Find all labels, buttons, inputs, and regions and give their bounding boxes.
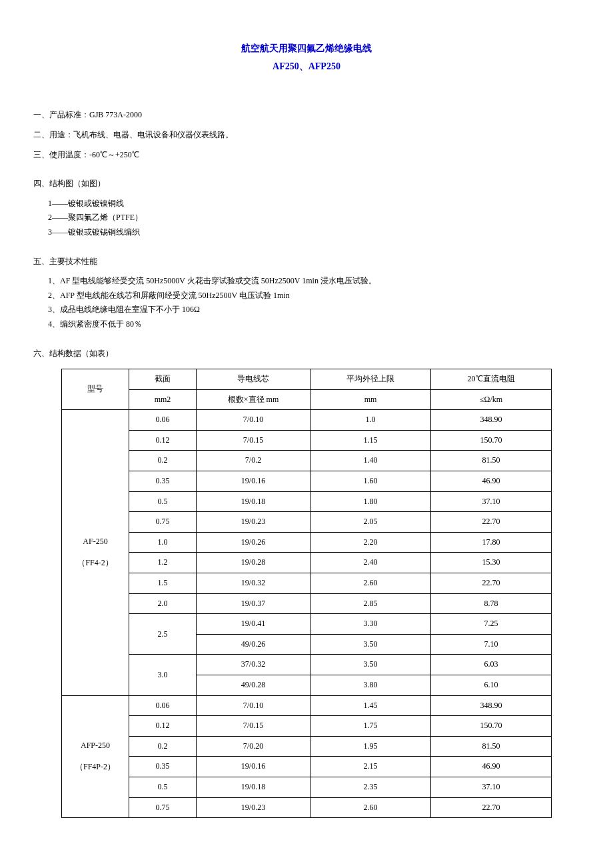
table-row: 1.519/0.322.6022.70 <box>62 573 552 594</box>
cell-cross-section: 1.0 <box>129 532 197 553</box>
cell-cross-section: 1.5 <box>129 573 197 594</box>
cell-diameter: 2.05 <box>310 512 431 533</box>
cell-resistance: 46.90 <box>431 471 552 492</box>
cell-conductor: 19/0.32 <box>197 573 310 594</box>
doc-subtitle: AF250、AFP250 <box>33 58 580 75</box>
cell-conductor: 7/0.15 <box>197 430 310 451</box>
performance-item: 4、编织紧密度不低于 80％ <box>33 317 580 332</box>
th-diameter: 平均外径上限 <box>310 369 431 390</box>
cell-conductor: 7/0.15 <box>197 716 310 737</box>
table-row: 0.3519/0.162.1546.90 <box>62 757 552 777</box>
cell-resistance: 22.70 <box>431 512 552 533</box>
section-performance-heading: 五、主要技术性能 <box>33 255 580 269</box>
cell-conductor: 37/0.32 <box>197 655 310 675</box>
cell-cross-section: 2.5 <box>129 614 197 655</box>
cell-resistance: 37.10 <box>431 491 552 512</box>
section-standard: 一、产品标准：GJB 773A-2000 <box>33 108 580 123</box>
cell-resistance: 348.90 <box>431 410 552 431</box>
cell-model: AF-250（FF4-2） <box>62 410 129 695</box>
structure-item: 3——镀银或镀锡铜线编织 <box>33 225 580 240</box>
cell-resistance: 22.70 <box>431 797 552 818</box>
cell-cross-section: 0.12 <box>129 716 197 737</box>
cell-resistance: 46.90 <box>431 757 552 777</box>
cell-resistance: 37.10 <box>431 777 552 797</box>
table-row: 0.519/0.181.8037.10 <box>62 491 552 512</box>
th-resistance-unit: ≤Ω/km <box>431 389 552 410</box>
cell-resistance: 7.10 <box>431 634 552 655</box>
cell-diameter: 2.60 <box>310 573 431 594</box>
th-model: 型号 <box>62 369 129 410</box>
cell-diameter: 3.50 <box>310 655 431 675</box>
cell-conductor: 7/0.10 <box>197 410 310 431</box>
performance-item: 1、AF 型电线能够经受交流 50Hz5000V 火花击穿试验或交流 50Hz2… <box>33 274 580 289</box>
cell-diameter: 1.95 <box>310 736 431 757</box>
cell-conductor: 7/0.10 <box>197 695 310 716</box>
cell-cross-section: 0.12 <box>129 430 197 451</box>
cell-conductor: 19/0.16 <box>197 757 310 777</box>
cell-resistance: 7.25 <box>431 614 552 635</box>
table-row: AF-250（FF4-2）0.067/0.101.0348.90 <box>62 410 552 431</box>
cell-conductor: 19/0.37 <box>197 593 310 614</box>
cell-diameter: 1.45 <box>310 695 431 716</box>
cell-cross-section: 2.0 <box>129 593 197 614</box>
th-cross-section-unit: mm2 <box>129 389 197 410</box>
cell-conductor: 19/0.23 <box>197 512 310 533</box>
section-temperature: 三、使用温度：-60℃～+250℃ <box>33 148 580 163</box>
cell-cross-section: 0.2 <box>129 451 197 471</box>
cell-resistance: 6.10 <box>431 675 552 696</box>
th-resistance: 20℃直流电阻 <box>431 369 552 390</box>
cell-resistance: 81.50 <box>431 736 552 757</box>
value: 飞机布线、电器、电讯设备和仪器仪表线路。 <box>73 130 233 139</box>
table-row: 0.3519/0.161.6046.90 <box>62 471 552 492</box>
cell-cross-section: 0.35 <box>129 471 197 492</box>
cell-diameter: 3.80 <box>310 675 431 696</box>
cell-conductor: 7/0.20 <box>197 736 310 757</box>
cell-diameter: 1.75 <box>310 716 431 737</box>
label: 一、产品标准： <box>33 110 89 119</box>
cell-conductor: 49/0.28 <box>197 675 310 696</box>
th-cross-section: 截面 <box>129 369 197 390</box>
cell-diameter: 2.35 <box>310 777 431 797</box>
table-header-row: mm2 根数×直径 mm mm ≤Ω/km <box>62 389 552 410</box>
cell-conductor: 19/0.41 <box>197 614 310 635</box>
cell-conductor: 19/0.16 <box>197 471 310 492</box>
table-row: 2.019/0.372.858.78 <box>62 593 552 614</box>
cell-diameter: 3.30 <box>310 614 431 635</box>
cell-conductor: 19/0.28 <box>197 553 310 573</box>
cell-diameter: 2.40 <box>310 553 431 573</box>
cell-diameter: 1.80 <box>310 491 431 512</box>
table-row: 1.019/0.262.2017.80 <box>62 532 552 553</box>
section-usage: 二、用途：飞机布线、电器、电讯设备和仪器仪表线路。 <box>33 128 580 143</box>
cell-cross-section: 0.5 <box>129 777 197 797</box>
cell-cross-section: 0.35 <box>129 757 197 777</box>
cell-conductor: 7/0.2 <box>197 451 310 471</box>
section-data-heading: 六、结构数据（如表） <box>33 347 580 361</box>
cell-cross-section: 0.06 <box>129 695 197 716</box>
table-row: 0.519/0.182.3537.10 <box>62 777 552 797</box>
table-row: 3.037/0.323.506.03 <box>62 655 552 675</box>
th-conductor: 导电线芯 <box>197 369 310 390</box>
cell-diameter: 2.85 <box>310 593 431 614</box>
table-header-row: 型号 截面 导电线芯 平均外径上限 20℃直流电阻 <box>62 369 552 390</box>
cell-resistance: 6.03 <box>431 655 552 675</box>
cell-diameter: 1.40 <box>310 451 431 471</box>
table-row: AFP-250（FF4P-2）0.067/0.101.45348.90 <box>62 695 552 716</box>
table-row: 0.27/0.21.4081.50 <box>62 451 552 471</box>
cell-resistance: 150.70 <box>431 716 552 737</box>
cell-conductor: 49/0.26 <box>197 634 310 655</box>
cell-diameter: 2.15 <box>310 757 431 777</box>
cell-resistance: 15.30 <box>431 553 552 573</box>
table-row: 0.7519/0.232.0522.70 <box>62 512 552 533</box>
spec-table: 型号 截面 导电线芯 平均外径上限 20℃直流电阻 mm2 根数×直径 mm m… <box>61 369 552 818</box>
cell-cross-section: 1.2 <box>129 553 197 573</box>
table-row: 1.219/0.282.4015.30 <box>62 553 552 573</box>
performance-item: 3、成品电线绝缘电阻在室温下不小于 106Ω <box>33 303 580 317</box>
cell-conductor: 19/0.18 <box>197 491 310 512</box>
value: -60℃～+250℃ <box>89 150 139 159</box>
section-structure-heading: 四、结构图（如图） <box>33 177 580 191</box>
cell-conductor: 19/0.26 <box>197 532 310 553</box>
cell-cross-section: 3.0 <box>129 655 197 695</box>
table-row: 0.7519/0.232.6022.70 <box>62 797 552 818</box>
cell-cross-section: 0.5 <box>129 491 197 512</box>
cell-cross-section: 0.75 <box>129 797 197 818</box>
